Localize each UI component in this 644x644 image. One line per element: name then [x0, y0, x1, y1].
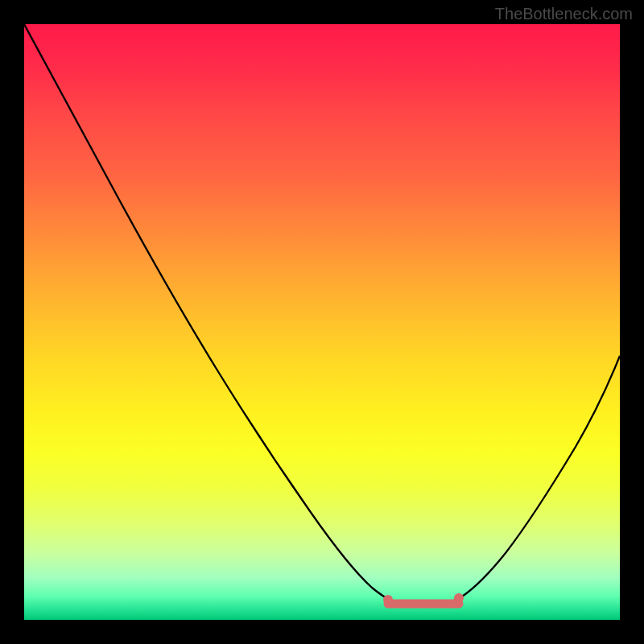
curve-svg: [24, 24, 620, 620]
optimal-range-start-dot: [383, 595, 393, 605]
plot-area: [24, 24, 620, 620]
optimal-range-end-dot: [454, 593, 464, 603]
watermark-text: TheBottleneck.com: [495, 5, 633, 23]
bottleneck-curve-path: [24, 24, 620, 607]
